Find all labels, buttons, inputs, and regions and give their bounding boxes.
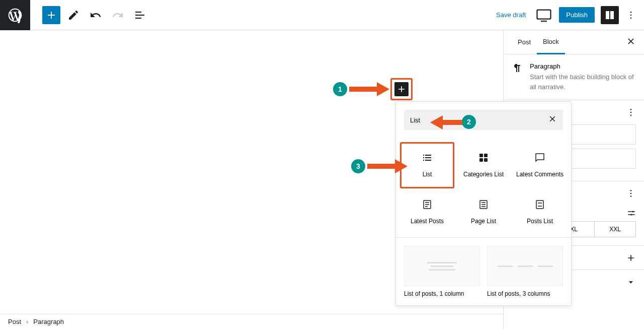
svg-rect-15 — [484, 158, 488, 162]
svg-point-4 — [630, 109, 632, 110]
block-item-categories-list[interactable]: Categories List — [456, 142, 511, 188]
annotation-arrow-2 — [430, 115, 462, 131]
block-item-posts-list[interactable]: Posts List — [513, 190, 567, 234]
publish-button[interactable]: Publish — [559, 7, 595, 23]
block-item-list[interactable]: List — [400, 142, 454, 188]
clear-search-icon[interactable] — [548, 114, 557, 125]
breadcrumb-root[interactable]: Post — [8, 318, 21, 325]
block-label: Latest Posts — [411, 218, 444, 226]
annotation-badge-3: 3 — [351, 159, 365, 173]
svg-rect-12 — [479, 154, 483, 157]
document-outline-icon[interactable] — [131, 6, 149, 24]
redo-icon — [109, 6, 127, 24]
block-label: List — [423, 171, 432, 179]
svg-rect-23 — [367, 164, 397, 169]
block-label: Categories List — [463, 171, 504, 179]
pattern-list-3col[interactable]: List of posts, 3 columns — [487, 246, 563, 297]
svg-rect-13 — [484, 154, 488, 157]
block-info-panel: Paragraph Start with the basic building … — [504, 54, 644, 100]
svg-point-8 — [630, 192, 632, 194]
breadcrumb-current: Paragraph — [33, 318, 64, 325]
svg-point-2 — [630, 14, 632, 16]
settings-panel-button[interactable] — [601, 6, 619, 24]
paragraph-icon — [512, 62, 524, 92]
size-btn-xxl[interactable]: XXL — [594, 221, 636, 237]
block-label: Latest Comments — [516, 171, 564, 179]
tab-block[interactable]: Block — [537, 30, 565, 54]
svg-point-9 — [630, 195, 632, 197]
inline-add-block-button[interactable] — [390, 78, 413, 100]
svg-point-11 — [631, 214, 632, 216]
svg-marker-20 — [377, 82, 389, 96]
block-description: Start with the basic building block of a… — [530, 72, 636, 92]
panel-more-icon[interactable] — [626, 107, 636, 117]
save-draft-button[interactable]: Save draft — [490, 11, 532, 19]
block-search-input[interactable]: List — [404, 110, 563, 130]
add-block-button[interactable] — [42, 6, 60, 24]
annotation-badge-2: 2 — [462, 115, 476, 129]
svg-marker-24 — [395, 159, 408, 173]
svg-rect-19 — [349, 87, 379, 92]
svg-point-5 — [630, 112, 632, 113]
wordpress-logo[interactable] — [0, 0, 30, 30]
chevron-down-icon[interactable] — [626, 277, 636, 287]
plus-icon[interactable] — [626, 253, 636, 263]
preview-icon[interactable] — [535, 6, 553, 24]
svg-point-6 — [630, 115, 632, 116]
block-item-latest-comments[interactable]: Latest Comments — [513, 142, 567, 188]
annotation-arrow-3 — [367, 159, 408, 175]
pattern-label: List of posts, 3 columns — [487, 290, 563, 297]
svg-point-1 — [630, 11, 632, 13]
chevron-right-icon: › — [26, 318, 28, 325]
block-title: Paragraph — [530, 62, 636, 70]
block-label: Page List — [471, 218, 496, 226]
svg-point-7 — [630, 189, 632, 191]
svg-marker-22 — [430, 115, 443, 129]
svg-rect-21 — [440, 120, 462, 125]
svg-point-3 — [630, 17, 632, 19]
svg-rect-0 — [537, 10, 551, 19]
block-label: Posts List — [527, 218, 553, 226]
more-options-icon[interactable] — [622, 6, 640, 24]
edit-icon[interactable] — [64, 6, 83, 24]
undo-icon[interactable] — [87, 6, 105, 24]
svg-rect-14 — [479, 158, 483, 162]
sliders-icon[interactable] — [627, 209, 636, 218]
tab-post[interactable]: Post — [512, 30, 537, 54]
annotation-badge-1: 1 — [333, 82, 347, 96]
breadcrumb: Post › Paragraph — [0, 314, 503, 329]
pattern-label: List of posts, 1 column — [404, 290, 480, 297]
block-inserter-popup: List List Categories List Latest Comment… — [395, 101, 572, 306]
svg-point-10 — [632, 211, 634, 213]
annotation-arrow-1 — [349, 82, 389, 98]
top-toolbar: Save draft Publish — [0, 0, 644, 30]
block-item-page-list[interactable]: Page List — [456, 190, 511, 234]
close-sidebar-icon[interactable] — [626, 36, 636, 48]
panel-more-icon[interactable] — [626, 188, 636, 199]
pattern-list-1col[interactable]: List of posts, 1 column — [404, 246, 480, 297]
block-item-latest-posts[interactable]: Latest Posts — [400, 190, 454, 234]
svg-rect-18 — [536, 201, 543, 209]
